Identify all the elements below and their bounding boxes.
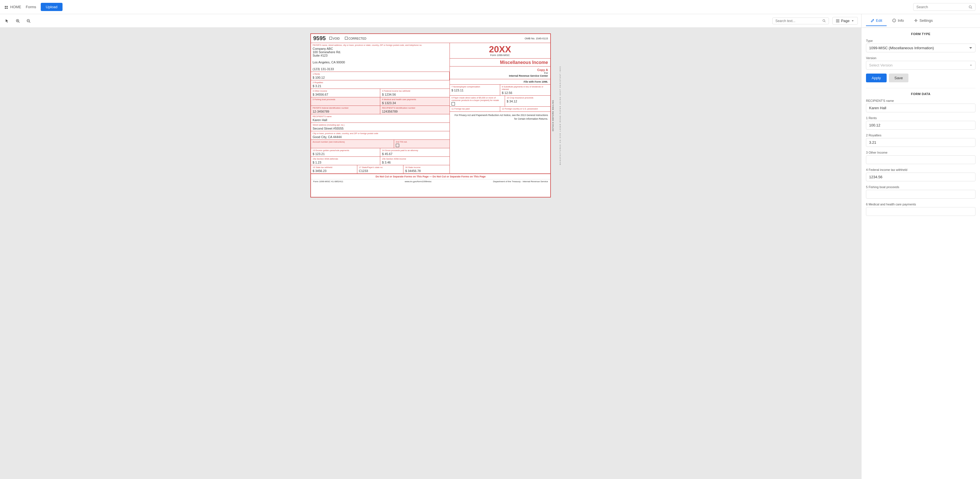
recipient-tin-value: 124356789 xyxy=(382,110,447,113)
doc-search-input[interactable] xyxy=(775,19,820,23)
year-title-cell: 20XX Form 1099-MISC xyxy=(450,43,550,59)
select-tool-button[interactable] xyxy=(3,17,11,25)
form-main-body: PAYER'S name, street address, city or to… xyxy=(311,43,550,173)
form-document: DETACH BEFORE MAILING MANUFACTURED ON OC… xyxy=(310,33,551,197)
chevron-down-icon xyxy=(851,19,854,22)
cursor-icon xyxy=(5,19,9,23)
svg-line-15 xyxy=(825,21,826,22)
recipient-name-cell: RECIPIENT'S name Karen Hall xyxy=(311,114,450,123)
void-corrected: VOID CORRECTED xyxy=(329,37,366,40)
fishing-cell: 5 Fishing boat proceeds xyxy=(311,97,380,105)
other-income-cell: 3 Other income $ 34556.67 xyxy=(311,89,380,97)
other-income-label: 3 Other income xyxy=(313,90,378,92)
panel-tabs: Edit i Info Settings xyxy=(861,14,980,28)
recipient-name-input[interactable] xyxy=(866,103,975,112)
fed-tax-input[interactable] xyxy=(866,173,975,181)
zoom-out-button[interactable] xyxy=(25,17,32,25)
zoom-out-icon xyxy=(27,19,30,23)
section409a-inc-value: $ 3.46 xyxy=(382,161,447,164)
type-field-group: Type 1099-MISC (Miscellaneous Informatio… xyxy=(866,39,975,53)
footer-center: www.irs.gov/form1099misc xyxy=(404,180,431,183)
foreign-row: 11 Foreign tax paid 12 Foreign country o… xyxy=(450,107,550,112)
side-text: DETACH BEFORE MAILING xyxy=(552,100,554,131)
fed-tax-value: $ 1234.56 xyxy=(382,93,447,96)
fishing-input[interactable] xyxy=(866,190,975,199)
fishing-medical-row: 5 Fishing boat proceeds 6 Medical and he… xyxy=(311,97,450,106)
rents-row: 1 Rents $ 100.12 xyxy=(311,72,450,80)
form-type-buttons: Apply Save xyxy=(866,73,975,82)
copy-instructions-cell: Copy A For Internal Revenue Service Cent… xyxy=(450,67,550,79)
svg-rect-1 xyxy=(5,8,6,9)
state-income-label: 18 State income xyxy=(405,166,448,169)
nonemployee-value: $ 123.11 xyxy=(452,89,498,92)
rents-field: 1 Rents xyxy=(866,116,975,130)
crop-label: 10 Crop insurance proceeds xyxy=(507,97,549,99)
void-option: VOID xyxy=(329,37,340,40)
form-footer: Form 1099-MISC 41-0852411 www.irs.gov/fo… xyxy=(311,179,550,184)
version-select[interactable]: Select Version xyxy=(866,61,975,70)
main-layout: Page DETACH BEFORE MAILING MANUFACTURED … xyxy=(0,14,980,479)
state-tax-value: $ 3456.23 xyxy=(313,169,355,173)
omb-number: OMB No. 1545-0115 xyxy=(525,37,548,40)
tab-edit[interactable]: Edit xyxy=(866,16,887,26)
home-link[interactable]: HOME xyxy=(5,5,21,9)
direct-cell: 9 Payer made direct sales of $5,000 or m… xyxy=(450,95,505,107)
other-income-input[interactable] xyxy=(866,155,975,164)
svg-marker-23 xyxy=(970,65,972,66)
rents-input[interactable] xyxy=(866,121,975,130)
fishing-label: 5 Fishing boat proceeds xyxy=(313,98,378,101)
parachute-cell: 13 Excess golden parachute payments $ 12… xyxy=(311,148,380,156)
info-icon: i xyxy=(892,19,896,22)
global-search-container xyxy=(913,3,975,11)
nonemployee-cell: 7 Nonemployee compensation $ 123.11 xyxy=(450,84,500,95)
panel-content: FORM TYPE Type 1099-MISC (Miscellaneous … xyxy=(861,28,980,479)
tab-info[interactable]: i Info xyxy=(888,16,908,26)
direct-label: 9 Payer made direct sales of $5,000 or m… xyxy=(452,97,503,102)
city-cell: City or town, province or state, country… xyxy=(311,131,450,140)
void-checkbox xyxy=(329,37,332,40)
zoom-in-button[interactable] xyxy=(14,17,22,25)
foreign-tax-label: 11 Foreign tax paid xyxy=(452,108,498,110)
svg-marker-19 xyxy=(852,21,854,22)
medical-field-label: 6 Medical and health care payments xyxy=(866,202,975,206)
foreign-country-cell: 12 Foreign country or U.S. possession xyxy=(500,107,550,111)
svg-rect-17 xyxy=(836,21,839,21)
svg-rect-3 xyxy=(6,8,8,9)
crop-cell: 10 Crop insurance proceeds $ 34.12 xyxy=(505,95,550,107)
version-field-label: Version xyxy=(866,56,975,60)
rents-field-label: 1 Rents xyxy=(866,116,975,120)
save-button[interactable]: Save xyxy=(889,73,909,82)
medical-cell: 6 Medical and health care payments $ 132… xyxy=(380,97,449,105)
section409a-row: 15a Section 409A deferrals $ 1.23 15b Se… xyxy=(311,157,450,165)
upload-button[interactable]: Upload xyxy=(41,3,62,11)
royalties-row: 2 Royalties $ 3.21 xyxy=(311,80,450,89)
manufactured-text: MANUFACTURED ON OCR LASER BOND PAPER USI… xyxy=(559,66,561,165)
type-select[interactable]: 1099-MISC (Miscellaneous Information) xyxy=(866,44,975,53)
parachute-attorney-row: 13 Excess golden parachute payments $ 12… xyxy=(311,148,450,157)
fed-tax-label: 4 Federal income tax withheld xyxy=(382,90,447,92)
form-bottom-text-cell: Do Not Cut or Separate Forms on This Pag… xyxy=(311,173,550,179)
svg-rect-16 xyxy=(836,19,839,20)
fishing-field: 5 Fishing boat proceeds xyxy=(866,185,975,199)
tin2-label: 2nd TIN not. xyxy=(396,141,448,143)
page-button[interactable]: Page xyxy=(832,17,858,25)
tab-settings[interactable]: Settings xyxy=(910,16,937,26)
type-field-label: Type xyxy=(866,39,975,43)
forms-link[interactable]: Forms xyxy=(26,5,36,9)
income-tax-row: 3 Other income $ 34556.67 4 Federal inco… xyxy=(311,89,450,97)
apply-button[interactable]: Apply xyxy=(866,73,887,82)
corrected-checkbox xyxy=(345,37,348,40)
global-search-input[interactable] xyxy=(916,5,966,9)
account-label: Account number (see instructions) xyxy=(313,141,392,143)
zoom-in-icon xyxy=(16,19,20,23)
state-income-value: $ 34456.78 xyxy=(405,169,448,173)
privacy-notice: For Privacy Act and Paperwork Reduction … xyxy=(452,113,548,121)
royalties-input[interactable] xyxy=(866,138,975,147)
medical-input[interactable] xyxy=(866,207,975,216)
form-right-col: 20XX Form 1099-MISC Miscellaneous Income… xyxy=(450,43,550,173)
attorney-label: 14 Gross proceeds paid to an attorney xyxy=(382,149,447,152)
street-value: Second Street #55555 xyxy=(313,127,448,130)
medical-value: $ 1323.34 xyxy=(382,101,447,105)
form-bottom-text: Do Not Cut or Separate Forms on This Pag… xyxy=(313,175,548,178)
other-income-field-label: 3 Other Income xyxy=(866,151,975,154)
